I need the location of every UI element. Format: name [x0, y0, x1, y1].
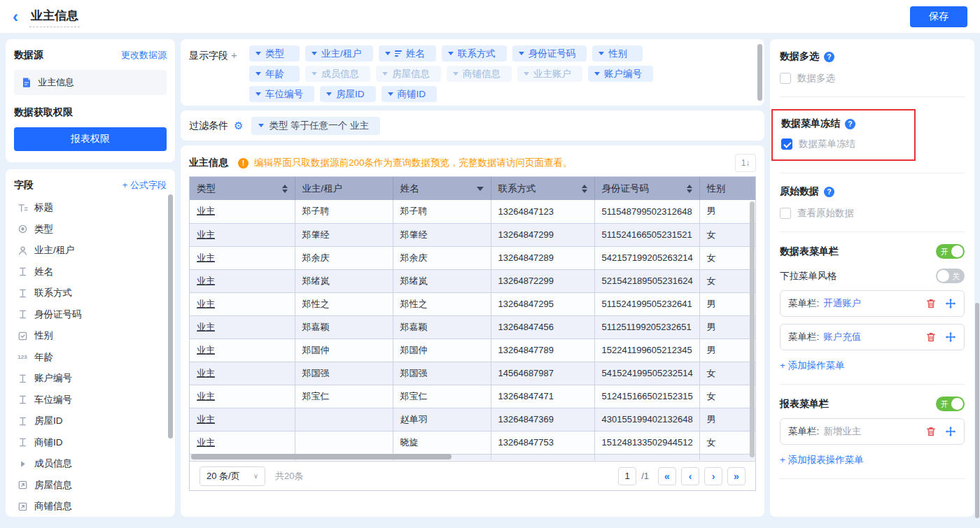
- menu-bar-item[interactable]: 菜单栏:账户充值: [780, 324, 965, 350]
- page-title[interactable]: 业主信息: [29, 6, 80, 27]
- table-menu-toggle[interactable]: 开: [936, 244, 965, 259]
- delete-icon[interactable]: [925, 331, 937, 343]
- field-item[interactable]: 商铺信息: [14, 496, 167, 517]
- display-field-tag[interactable]: 联系方式: [442, 45, 507, 62]
- menu-item-name[interactable]: 账户充值: [823, 331, 861, 343]
- field-item[interactable]: 车位编号: [14, 390, 167, 411]
- sort-icon[interactable]: [582, 185, 587, 193]
- display-field-tag[interactable]: 姓名: [379, 45, 436, 62]
- menu-freeze-checkbox-row[interactable]: 数据菜单冻结: [781, 138, 906, 150]
- multi-select-checkbox-row[interactable]: 数据多选: [780, 72, 965, 85]
- add-action-menu-link[interactable]: + 添加操作菜单: [780, 359, 965, 372]
- display-field-tag[interactable]: 成员信息: [305, 66, 370, 82]
- next-page-button[interactable]: ›: [704, 467, 722, 485]
- dropdown-style-toggle[interactable]: 关: [936, 269, 965, 283]
- table-row[interactable]: 业主赵单羽13264847369430155199402132648男: [190, 408, 755, 431]
- display-field-tag[interactable]: 年龄: [249, 66, 300, 82]
- field-item[interactable]: 房屋ID: [14, 411, 167, 432]
- table-column-header[interactable]: 姓名: [393, 177, 491, 200]
- sort-settings-button[interactable]: 1↓: [735, 154, 756, 172]
- table-column-header[interactable]: 联系方式: [491, 177, 594, 200]
- table-vertical-scrollbar[interactable]: [750, 201, 755, 457]
- display-field-tag[interactable]: 业主/租户: [305, 45, 373, 62]
- table-row[interactable]: 业主郑嘉颖郑嘉颖13264847456511251199205232651男: [190, 315, 755, 338]
- field-item[interactable]: 账户编号: [14, 368, 167, 390]
- menu-bar-item[interactable]: 菜单栏:新增业主: [780, 418, 965, 445]
- display-field-tag[interactable]: 性别: [592, 45, 643, 62]
- raw-data-checkbox[interactable]: [780, 208, 791, 219]
- report-permission-button[interactable]: 报表权限: [14, 127, 167, 151]
- display-field-tag[interactable]: 商铺ID: [382, 86, 438, 102]
- delete-icon[interactable]: [925, 426, 937, 437]
- window-scrollbar[interactable]: [975, 303, 979, 518]
- multi-select-checkbox[interactable]: [780, 73, 791, 84]
- menu-item-name[interactable]: 新增业主: [823, 425, 861, 438]
- help-icon[interactable]: ?: [845, 119, 855, 129]
- field-item[interactable]: 类型: [14, 219, 167, 241]
- display-field-tag-label: 车位编号: [265, 88, 303, 101]
- table-row[interactable]: 业主郑余庆郑余庆13264847289542157199205263214女: [190, 246, 755, 269]
- delete-icon[interactable]: [925, 298, 937, 309]
- table-row[interactable]: 业主郑国强郑国强14564687987541524199505232514女: [190, 362, 755, 385]
- add-report-action-menu-link[interactable]: + 添加报表操作菜单: [780, 454, 965, 466]
- back-icon[interactable]: ‹: [13, 8, 18, 25]
- display-field-tag[interactable]: 账户编号: [588, 66, 653, 82]
- display-field-tag[interactable]: 商铺信息: [447, 66, 512, 82]
- display-fields-scrollbar[interactable]: [757, 44, 762, 101]
- table-row[interactable]: 业主郑肇经郑肇经13264847299511524166505231521女: [190, 223, 755, 246]
- table-row[interactable]: 业主郑性之郑性之13264847295511524199505232641男: [190, 292, 755, 315]
- prev-page-button[interactable]: ‹: [681, 467, 699, 485]
- table-row[interactable]: 业主郑宝仁郑宝仁13264847471512415166502152315女: [190, 385, 755, 408]
- menu-bar-item[interactable]: 菜单栏:开通账户: [780, 290, 965, 317]
- last-page-button[interactable]: »: [727, 467, 746, 485]
- report-menu-toggle[interactable]: 开: [936, 397, 965, 411]
- display-field-tag[interactable]: 房屋ID: [320, 86, 376, 102]
- display-field-tag[interactable]: 身份证号码: [512, 45, 587, 62]
- field-item[interactable]: 123年龄: [14, 347, 167, 369]
- page-size-select[interactable]: 20 条/页 ∨: [200, 466, 265, 486]
- add-display-field-icon[interactable]: +: [231, 49, 237, 61]
- field-item[interactable]: 业主/租户: [14, 240, 167, 262]
- table-row[interactable]: 业主郑子聘郑子聘13264847123511548799502312648男: [190, 200, 755, 223]
- table-horizontal-scrollbar[interactable]: [191, 454, 451, 459]
- add-formula-field-link[interactable]: + 公式字段: [122, 179, 167, 192]
- raw-data-checkbox-row[interactable]: 查看原始数据: [780, 207, 965, 220]
- help-icon[interactable]: ?: [824, 52, 834, 62]
- menu-item-name[interactable]: 开通账户: [823, 297, 861, 310]
- current-page-input[interactable]: 1: [618, 467, 636, 485]
- table-row[interactable]: 业主郑绪岚郑绪岚13264872299521542189505231624女: [190, 269, 755, 292]
- move-icon[interactable]: [945, 426, 956, 437]
- help-icon[interactable]: ?: [824, 187, 834, 197]
- field-item[interactable]: 姓名: [14, 262, 167, 283]
- filter-condition-tag[interactable]: 类型 等于任意一个 业主: [251, 117, 380, 135]
- field-item[interactable]: 身份证号码: [14, 304, 167, 326]
- datasource-item[interactable]: 业主信息: [14, 70, 167, 95]
- display-field-tag[interactable]: 房屋信息: [376, 66, 441, 82]
- move-icon[interactable]: [945, 331, 956, 343]
- table-column-header[interactable]: 业主/租户: [295, 177, 393, 200]
- display-field-tag[interactable]: 类型: [249, 45, 300, 62]
- table-column-header[interactable]: 身份证号码: [594, 177, 699, 200]
- sort-desc-icon[interactable]: [477, 187, 484, 191]
- table-column-header[interactable]: 性别: [699, 177, 755, 200]
- sort-icon[interactable]: [687, 185, 692, 193]
- field-item[interactable]: 房屋信息: [14, 475, 167, 497]
- field-item[interactable]: 成员信息: [14, 453, 167, 475]
- gear-icon[interactable]: ⚙: [234, 120, 243, 132]
- menu-freeze-checkbox[interactable]: [781, 138, 792, 150]
- field-item[interactable]: 性别: [14, 325, 167, 347]
- display-field-tag[interactable]: 业主账户: [517, 66, 582, 82]
- table-row[interactable]: 业主郑国仲郑国仲13264847789152241199605212345男: [190, 338, 755, 362]
- field-item[interactable]: 商铺ID: [14, 432, 167, 454]
- save-button[interactable]: 保存: [910, 6, 967, 27]
- first-page-button[interactable]: «: [658, 467, 676, 485]
- move-icon[interactable]: [945, 298, 956, 309]
- table-column-header[interactable]: 类型: [190, 177, 295, 200]
- sort-icon[interactable]: [282, 185, 288, 193]
- fields-scrollbar[interactable]: [168, 194, 173, 438]
- field-item[interactable]: 标题: [14, 197, 167, 219]
- change-datasource-link[interactable]: 更改数据源: [121, 49, 167, 62]
- field-item[interactable]: 联系方式: [14, 283, 167, 304]
- display-field-tag[interactable]: 车位编号: [249, 86, 314, 102]
- table-row[interactable]: 业主晓旋13264847753151248133502944512女: [190, 431, 755, 454]
